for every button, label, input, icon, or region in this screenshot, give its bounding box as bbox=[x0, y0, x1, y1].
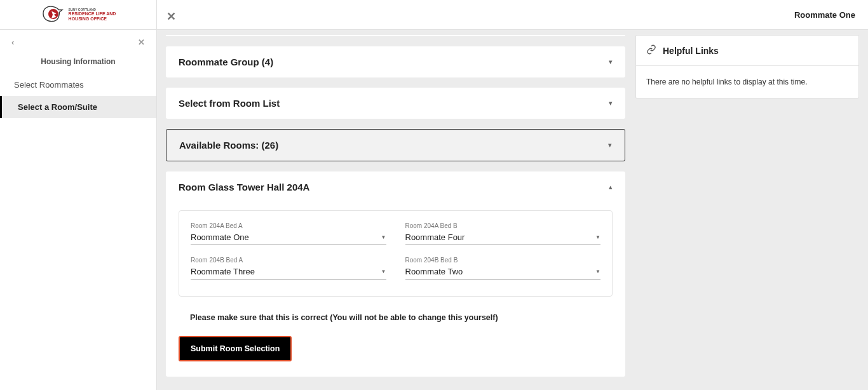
chevron-up-icon: ▴ bbox=[609, 183, 613, 191]
right-column: Helpful Links There are no helpful links… bbox=[635, 35, 859, 381]
chevron-down-icon: ▾ bbox=[609, 99, 613, 107]
chevron-down-icon: ▾ bbox=[608, 141, 612, 149]
sidebar-item-label: Select Roommates bbox=[14, 80, 84, 90]
bed-field-204b-b: Room 204B Bed B Roommate Two ▼ bbox=[405, 257, 601, 279]
sidebar-heading: Housing Information bbox=[0, 52, 156, 74]
user-name[interactable]: Roommate One bbox=[794, 10, 855, 20]
helpful-title: Helpful Links bbox=[663, 46, 719, 56]
panel-title: Roommate Group (4) bbox=[179, 57, 273, 67]
panel-title: Available Rooms: (26) bbox=[179, 140, 278, 151]
available-rooms-panel[interactable]: Available Rooms: (26) ▾ bbox=[166, 129, 625, 161]
bed-value-text: Roommate Two bbox=[405, 267, 463, 276]
bed-value-text: Roommate Three bbox=[191, 267, 255, 276]
warning-text: Please make sure that this is correct (Y… bbox=[190, 313, 613, 322]
logo-line2: RESIDENCE LIFE AND bbox=[69, 11, 116, 16]
bed-select[interactable]: Roommate Three ▼ bbox=[191, 265, 386, 279]
submit-room-selection-button[interactable]: Submit Room Selection bbox=[179, 336, 292, 361]
logo: SUNY CORTLAND RESIDENCE LIFE AND HOUSING… bbox=[41, 5, 116, 24]
bed-select[interactable]: Roommate One ▼ bbox=[191, 231, 386, 245]
link-icon bbox=[646, 44, 656, 57]
helpful-body: There are no helpful links to display at… bbox=[636, 66, 858, 98]
bed-select[interactable]: Roommate Two ▼ bbox=[405, 265, 601, 279]
top-header: SUNY CORTLAND RESIDENCE LIFE AND HOUSING… bbox=[0, 0, 868, 30]
room-list-panel[interactable]: Select from Room List ▾ bbox=[166, 88, 625, 119]
logo-line3: HOUSING OFFICE bbox=[69, 17, 107, 21]
brand-logo-icon bbox=[41, 5, 65, 24]
logo-text: SUNY CORTLAND RESIDENCE LIFE AND HOUSING… bbox=[69, 8, 116, 22]
room-detail-panel: Room Glass Tower Hall 204A ▴ Room 204A B… bbox=[166, 171, 625, 377]
bed-value-text: Roommate One bbox=[191, 232, 249, 242]
sidebar-item-label: Select a Room/Suite bbox=[18, 102, 97, 112]
back-icon[interactable]: ‹ bbox=[11, 37, 14, 47]
helpful-header: Helpful Links bbox=[636, 36, 858, 66]
logo-section: SUNY CORTLAND RESIDENCE LIFE AND HOUSING… bbox=[0, 0, 157, 29]
panel-title: Room Glass Tower Hall 204A bbox=[179, 182, 309, 192]
roommate-group-panel[interactable]: Roommate Group (4) ▾ bbox=[166, 46, 625, 77]
bed-field-204a-b: Room 204A Bed B Roommate Four ▼ bbox=[405, 222, 601, 245]
room-detail-header[interactable]: Room Glass Tower Hall 204A ▴ bbox=[166, 171, 625, 203]
center-column: Roommate Group (4) ▾ Select from Room Li… bbox=[166, 35, 625, 381]
bed-label: Room 204A Bed B bbox=[405, 222, 601, 229]
sidebar-item-select-roommates[interactable]: Select Roommates bbox=[0, 74, 156, 96]
dropdown-arrow-icon: ▼ bbox=[595, 269, 600, 274]
bed-field-204a-a: Room 204A Bed A Roommate One ▼ bbox=[191, 222, 386, 245]
room-body: Room 204A Bed A Roommate One ▼ Room 204A… bbox=[166, 203, 625, 377]
sidebar-item-select-room-suite[interactable]: Select a Room/Suite bbox=[0, 96, 156, 118]
helpful-links-card: Helpful Links There are no helpful links… bbox=[635, 35, 859, 98]
close-icon[interactable]: ✕ bbox=[166, 10, 176, 24]
sidebar-controls: ‹ ✕ bbox=[0, 37, 156, 52]
dropdown-arrow-icon: ▼ bbox=[381, 234, 386, 240]
sidebar: ‹ ✕ Housing Information Select Roommates… bbox=[0, 30, 157, 390]
bed-grid-container: Room 204A Bed A Roommate One ▼ Room 204A… bbox=[179, 210, 613, 297]
bed-value-text: Roommate Four bbox=[405, 232, 465, 242]
bed-field-204b-a: Room 204B Bed A Roommate Three ▼ bbox=[191, 257, 386, 279]
top-stub-card bbox=[166, 35, 625, 36]
dropdown-arrow-icon: ▼ bbox=[595, 234, 600, 240]
bed-label: Room 204B Bed B bbox=[405, 257, 601, 264]
panel-title: Select from Room List bbox=[179, 98, 280, 109]
close-sidebar-icon[interactable]: ✕ bbox=[138, 37, 145, 47]
content: Roommate Group (4) ▾ Select from Room Li… bbox=[157, 30, 868, 390]
bed-grid: Room 204A Bed A Roommate One ▼ Room 204A… bbox=[191, 222, 600, 279]
bed-select[interactable]: Roommate Four ▼ bbox=[405, 231, 601, 245]
chevron-down-icon: ▾ bbox=[609, 58, 613, 66]
bed-label: Room 204A Bed A bbox=[191, 222, 386, 229]
bed-label: Room 204B Bed A bbox=[191, 257, 386, 264]
dropdown-arrow-icon: ▼ bbox=[381, 269, 386, 274]
